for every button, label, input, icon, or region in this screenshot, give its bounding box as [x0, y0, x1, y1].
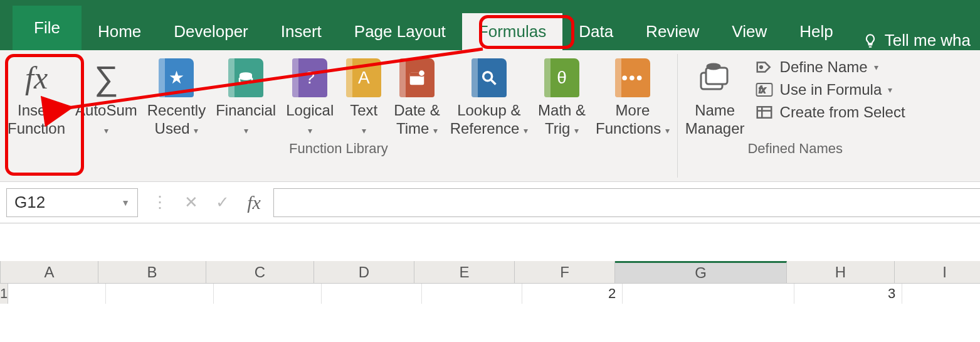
cell[interactable]: [106, 284, 214, 304]
fx-label-icon[interactable]: fx: [238, 192, 270, 213]
lookup-reference-button[interactable]: Lookup & Reference ▾: [445, 54, 533, 138]
autosum-button[interactable]: ∑ AutoSum▾: [70, 54, 142, 138]
column-header[interactable]: F: [515, 261, 615, 283]
formula-input[interactable]: [273, 188, 980, 217]
dropdown-arrow-icon: ▾: [888, 85, 892, 95]
group-label-function-library: Function Library: [289, 138, 388, 161]
tell-me-label: Tell me wha: [885, 31, 971, 50]
column-header[interactable]: E: [414, 261, 515, 283]
name-box[interactable]: G12 ▼: [6, 188, 138, 217]
column-header[interactable]: D: [314, 261, 414, 283]
calendar-book-icon: [399, 58, 435, 97]
svg-point-3: [418, 70, 424, 77]
bulb-icon: [862, 33, 878, 49]
group-label-defined-names: Defined Names: [747, 138, 843, 161]
enter-icon: ✓: [207, 188, 238, 217]
define-name-label: Define Name: [780, 58, 868, 76]
recently-used-button[interactable]: ★ Recently Used ▾: [142, 54, 211, 138]
insert-function-button[interactable]: fx Insert Function: [3, 54, 70, 138]
tab-help[interactable]: Help: [783, 13, 849, 50]
dropdown-arrow-icon: ▾: [308, 126, 312, 136]
create-from-selection-button[interactable]: Create from Select: [755, 103, 905, 122]
tab-page-layout[interactable]: Page Layout: [338, 13, 462, 50]
grid-row: 1234: [0, 284, 980, 304]
cell[interactable]: [422, 284, 522, 304]
dropdown-arrow-icon: ▾: [874, 62, 878, 72]
column-headers: ABCDEFGHI: [0, 261, 980, 284]
theta-book-icon: θ: [544, 58, 579, 97]
svg-text:fx: fx: [759, 85, 766, 95]
column-header[interactable]: I: [895, 261, 980, 283]
svg-rect-7: [706, 68, 727, 84]
name-manager-button[interactable]: Name Manager: [680, 54, 750, 138]
cell[interactable]: 4: [902, 284, 980, 304]
use-in-formula-label: Use in Formula: [780, 81, 882, 99]
tab-data[interactable]: Data: [562, 13, 630, 50]
star-book-icon: ★: [159, 58, 194, 97]
svg-point-9: [760, 66, 762, 68]
cell[interactable]: 2: [522, 284, 623, 304]
cell[interactable]: [322, 284, 422, 304]
sigma-icon: ∑: [86, 58, 126, 98]
tell-me-search[interactable]: Tell me wha: [862, 31, 971, 50]
dots-book-icon: •••: [615, 58, 650, 97]
more-functions-label: More Functions: [596, 102, 661, 137]
fx-icon: fx: [16, 58, 56, 98]
ribbon-tabs: File Home Developer Insert Page Layout F…: [0, 0, 980, 50]
name-manager-icon: [695, 58, 735, 98]
coins-book-icon: [228, 58, 263, 97]
tab-insert[interactable]: Insert: [265, 13, 338, 50]
financial-label: Financial: [216, 102, 276, 119]
dropdown-arrow-icon: ▾: [665, 126, 670, 136]
dropdown-arrow-icon: ▾: [362, 126, 366, 136]
a-book-icon: A: [346, 58, 381, 97]
text-button[interactable]: A Text▾: [339, 54, 389, 138]
logical-label: Logical: [286, 102, 334, 119]
cell[interactable]: [8, 284, 106, 304]
column-header[interactable]: A: [1, 261, 98, 283]
dropdown-arrow-icon: ▾: [574, 126, 579, 136]
more-functions-button[interactable]: ••• More Functions ▾: [591, 54, 675, 138]
tab-file[interactable]: File: [13, 6, 82, 50]
column-header[interactable]: C: [206, 261, 314, 283]
tab-home[interactable]: Home: [82, 13, 157, 50]
cancel-icon: ✕: [176, 188, 207, 217]
column-header[interactable]: B: [98, 261, 206, 283]
group-defined-names: Name Manager Define Name ▾ fx Use in For…: [678, 50, 913, 181]
tag-icon: [755, 58, 774, 77]
date-time-button[interactable]: Date & Time ▾: [389, 54, 445, 138]
dropdown-arrow-icon: ▾: [433, 126, 438, 136]
dropdown-arrow-icon: ▾: [524, 126, 528, 136]
name-manager-label: Name Manager: [685, 102, 745, 138]
grid-icon: [755, 103, 774, 122]
financial-button[interactable]: Financial▾: [211, 54, 281, 138]
tab-review[interactable]: Review: [630, 13, 715, 50]
question-book-icon: ?: [292, 58, 327, 97]
name-box-value: G12: [14, 193, 45, 212]
math-trig-button[interactable]: θ Math & Trig ▾: [533, 54, 591, 138]
cell[interactable]: 3: [794, 284, 902, 304]
define-name-button[interactable]: Define Name ▾: [755, 58, 905, 77]
tab-view[interactable]: View: [715, 13, 783, 50]
dropdown-arrow-icon: ▾: [244, 126, 248, 136]
group-function-library: fx Insert Function ∑ AutoSum▾ ★ Recently…: [0, 50, 677, 181]
tab-formulas[interactable]: Formulas: [462, 13, 562, 50]
formula-bar-more-icon: ⋮: [144, 188, 176, 217]
ribbon-body: fx Insert Function ∑ AutoSum▾ ★ Recently…: [0, 50, 980, 182]
column-header[interactable]: G: [615, 261, 787, 283]
row-header[interactable]: 1: [0, 284, 8, 304]
svg-line-5: [491, 80, 495, 85]
autosum-label: AutoSum: [75, 102, 137, 119]
tab-developer[interactable]: Developer: [157, 13, 265, 50]
formula-bar: G12 ▼ ⋮ ✕ ✓ fx: [0, 182, 980, 223]
insert-function-label: Insert Function: [8, 102, 65, 138]
column-header[interactable]: H: [787, 261, 895, 283]
cell[interactable]: [214, 284, 322, 304]
search-book-icon: [472, 58, 507, 97]
cell[interactable]: [623, 284, 794, 304]
dropdown-arrow-icon: ▾: [194, 126, 198, 136]
svg-point-8: [707, 64, 720, 69]
text-label: Text: [350, 102, 377, 119]
use-in-formula-button[interactable]: fx Use in Formula ▾: [755, 80, 905, 99]
logical-button[interactable]: ? Logical▾: [281, 54, 339, 138]
